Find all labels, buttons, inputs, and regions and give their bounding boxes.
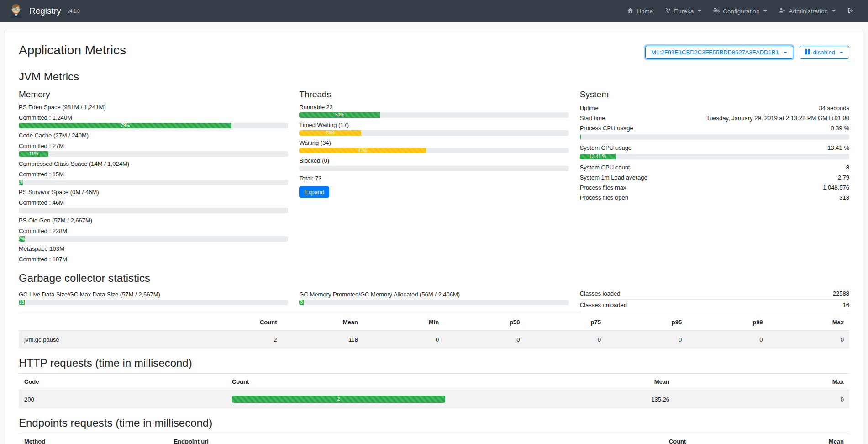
thread-state-label: Timed Waiting (17) bbox=[299, 121, 568, 129]
gc-promoted-label: GC Memory Promoted/GC Memory Allocated (… bbox=[299, 291, 568, 299]
start-time-value: Tuesday, January 29, 2019 at 2:13:28 PM … bbox=[706, 114, 849, 122]
load-average-value: 2.79 bbox=[838, 174, 849, 182]
system-heading: System bbox=[580, 90, 849, 100]
http-requests-table: Code Count Mean Max 200 2 135.26 0 bbox=[19, 373, 849, 408]
nav-item-administration[interactable]: Administration bbox=[773, 4, 842, 18]
gc-col-name bbox=[19, 314, 201, 331]
memory-pool-label: Compressed Class Space (14M / 1,024M) bbox=[19, 160, 288, 168]
memory-progress-track: 1% bbox=[19, 180, 288, 185]
gc-live-column: GC Live Data Size/GC Max Data Size (57M … bbox=[19, 288, 288, 311]
instance-selector-dropdown[interactable]: M1:2F93E1CBD2C3FE55BDD8627A3FADD1B1 bbox=[645, 46, 793, 59]
memory-committed-label: Committed : 228M bbox=[19, 227, 288, 235]
classes-unloaded-label: Classes unloaded bbox=[580, 301, 627, 309]
system-column: System Uptime34 seconds Start timeTuesda… bbox=[580, 87, 849, 264]
thread-progress-track: 47% bbox=[299, 148, 568, 153]
gc-live-track: 13 bbox=[19, 300, 288, 305]
system-cpu-track: 13.41 % bbox=[580, 154, 849, 159]
cpu-count-value: 8 bbox=[846, 164, 849, 172]
chevron-down-icon bbox=[832, 10, 836, 12]
table-row: 200 2 135.26 0 bbox=[19, 390, 849, 409]
classes-loaded-value: 22588 bbox=[833, 290, 849, 298]
memory-progress-bar: 2% bbox=[19, 236, 25, 242]
page-background: Application Metrics M1:2F93E1CBD2C3FE55B… bbox=[0, 22, 868, 444]
gc-classes-column: Classes loaded22588 Classes unloaded16 bbox=[580, 288, 849, 311]
memory-pool-label: PS Old Gen (57M / 2,667M) bbox=[19, 217, 288, 225]
app-title: Registry bbox=[29, 6, 61, 16]
thread-state-label: Blocked (0) bbox=[299, 157, 568, 165]
thread-progress-bar: 23% bbox=[299, 130, 361, 136]
memory-committed-label: Committed : 107M bbox=[19, 255, 288, 264]
memory-column: Memory PS Eden Space (981M / 1,241M) Com… bbox=[19, 87, 288, 264]
brand[interactable]: Registry v4.1.0 bbox=[8, 3, 80, 20]
start-time-label: Start time bbox=[580, 114, 605, 122]
classes-loaded-label: Classes loaded bbox=[580, 290, 621, 298]
memory-progress-track: 79% bbox=[19, 123, 288, 128]
thread-progress-track: 30% bbox=[299, 112, 568, 118]
system-cpu-value: 13.41 % bbox=[827, 144, 849, 152]
threads-total: Total: 73 bbox=[299, 174, 568, 183]
process-cpu-track bbox=[580, 134, 849, 140]
app-version: v4.1.0 bbox=[68, 9, 80, 14]
load-average-label: System 1m Load average bbox=[580, 174, 647, 182]
page-title: Application Metrics bbox=[19, 43, 126, 58]
user-plus-icon bbox=[779, 7, 785, 15]
sign-out-icon bbox=[847, 7, 854, 15]
cpu-count-label: System CPU count bbox=[580, 164, 630, 172]
thread-progress-track bbox=[299, 166, 568, 171]
gc-live-label: GC Live Data Size/GC Max Data Size (57M … bbox=[19, 291, 288, 299]
chevron-down-icon bbox=[784, 52, 787, 53]
classes-unloaded-value: 16 bbox=[843, 301, 849, 309]
files-open-label: Process files open bbox=[580, 194, 628, 202]
thread-state-label: Waiting (34) bbox=[299, 139, 568, 147]
gc-heading: Garbage collector statistics bbox=[19, 272, 849, 285]
memory-pool-label: Code Cache (27M / 240M) bbox=[19, 132, 288, 140]
chevron-down-icon bbox=[840, 52, 843, 53]
memory-committed-label: Committed : 27M bbox=[19, 142, 288, 150]
memory-committed-label: Committed : 46M bbox=[19, 199, 288, 207]
memory-pool-label: PS Eden Space (981M / 1,241M) bbox=[19, 103, 288, 111]
refresh-disabled-dropdown[interactable]: disabled bbox=[800, 46, 849, 59]
nav-item-home[interactable]: Home bbox=[621, 4, 659, 18]
memory-pool-label: Metaspace 103M bbox=[19, 245, 288, 253]
process-cpu-bar bbox=[580, 134, 581, 140]
gc-promoted-column: GC Memory Promoted/GC Memory Allocated (… bbox=[299, 288, 568, 311]
gc-promoted-bar: 3 bbox=[299, 300, 304, 305]
memory-progress-track: 2% bbox=[19, 236, 288, 242]
jvm-metrics-heading: JVM Metrics bbox=[19, 70, 849, 83]
table-row: jvm.gc.pause 2 118 0 0 0 0 0 0 bbox=[19, 331, 849, 349]
pause-icon bbox=[805, 49, 810, 56]
endpoints-requests-heading: Endpoints requests (time in millisecond) bbox=[19, 417, 849, 429]
nav-item-eureka[interactable]: Eureka bbox=[659, 4, 707, 18]
thread-state-label: Runnable 22 bbox=[299, 103, 568, 111]
expand-threads-button[interactable]: Expand bbox=[299, 186, 329, 198]
http-count-track: 2 bbox=[232, 396, 445, 403]
memory-heading: Memory bbox=[19, 90, 288, 100]
thread-progress-bar: 47% bbox=[299, 148, 426, 153]
http-requests-heading: HTTP requests (time in millisecond) bbox=[19, 357, 849, 370]
files-max-value: 1,048,576 bbox=[823, 184, 849, 192]
uptime-label: Uptime bbox=[580, 104, 599, 112]
memory-committed-label: Committed : 1,240M bbox=[19, 114, 288, 122]
endpoints-requests-table: Method Endpoint url Count Mean GET /mana… bbox=[19, 433, 849, 444]
sign-out-button[interactable] bbox=[842, 4, 860, 19]
system-cpu-bar: 13.41 % bbox=[580, 154, 616, 159]
chevron-down-icon bbox=[763, 10, 767, 12]
navbar: Registry v4.1.0 Home Eureka bbox=[0, 0, 868, 22]
broadcast-tower-icon bbox=[665, 7, 671, 15]
memory-progress-track: 11% bbox=[19, 151, 288, 157]
home-icon bbox=[627, 7, 633, 15]
nav-item-configuration[interactable]: Configuration bbox=[707, 4, 773, 18]
memory-progress-bar: 11% bbox=[19, 151, 48, 157]
threads-column: Threads Runnable 22 30% Timed Waiting (1… bbox=[299, 87, 568, 264]
memory-progress-track bbox=[19, 208, 288, 213]
gears-icon bbox=[713, 7, 720, 15]
memory-committed-label: Committed : 15M bbox=[19, 170, 288, 179]
http-count-bar: 2 bbox=[232, 396, 445, 403]
system-cpu-label: System CPU usage bbox=[580, 144, 631, 152]
http-code-cell: 200 bbox=[19, 390, 226, 409]
thread-progress-track: 23% bbox=[299, 130, 568, 136]
nav-links: Home Eureka Configur bbox=[621, 4, 860, 19]
uptime-value: 34 seconds bbox=[819, 104, 849, 112]
files-open-value: 318 bbox=[839, 194, 849, 202]
process-cpu-label: Process CPU usage bbox=[580, 124, 633, 132]
